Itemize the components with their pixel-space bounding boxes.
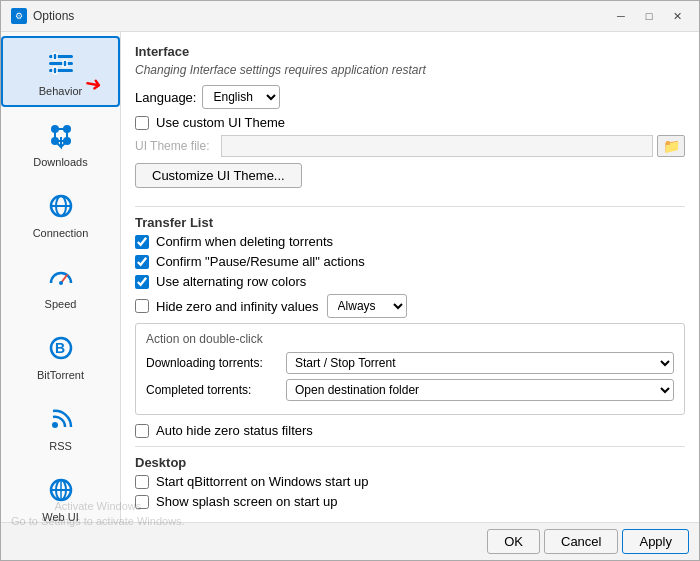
transfer-list-section: Transfer List Confirm when deleting torr… <box>135 215 685 438</box>
behavior-icon <box>43 46 79 82</box>
svg-point-21 <box>52 422 58 428</box>
window-icon: ⚙ <box>11 8 27 24</box>
confirm-delete-row: Confirm when deleting torrents <box>135 234 685 249</box>
customize-theme-button[interactable]: Customize UI Theme... <box>135 163 302 188</box>
webui-icon <box>43 472 79 508</box>
close-button[interactable]: ✕ <box>665 7 689 25</box>
custom-theme-label: Use custom UI Theme <box>156 115 285 130</box>
completed-select[interactable]: Open destination folder Start / Stop Tor… <box>286 379 674 401</box>
hide-zero-label: Hide zero and infinity values <box>156 299 319 314</box>
sidebar-item-downloads[interactable]: Downloads <box>1 107 120 178</box>
alternating-rows-label: Use alternating row colors <box>156 274 306 289</box>
sidebar-label-bittorrent: BitTorrent <box>37 369 84 381</box>
sidebar-label-connection: Connection <box>33 227 89 239</box>
auto-hide-zero-label: Auto hide zero status filters <box>156 423 313 438</box>
svg-point-18 <box>59 281 63 285</box>
svg-rect-5 <box>53 67 57 74</box>
show-splash-checkbox[interactable] <box>135 495 149 509</box>
desktop-section: Desktop Start qBittorrent on Windows sta… <box>135 455 685 509</box>
svg-rect-4 <box>63 60 67 67</box>
sidebar-label-speed: Speed <box>45 298 77 310</box>
desktop-title: Desktop <box>135 455 685 470</box>
language-row: Language: English French German <box>135 85 685 109</box>
start-startup-label: Start qBittorrent on Windows start up <box>156 474 368 489</box>
footer: Activate WindowsGo to Settings to activa… <box>1 522 699 560</box>
language-label: Language: <box>135 90 196 105</box>
title-bar: ⚙ Options ─ □ ✕ <box>1 1 699 32</box>
sidebar-label-downloads: Downloads <box>33 156 87 168</box>
apply-button[interactable]: Apply <box>622 529 689 554</box>
sidebar-item-speed[interactable]: Speed <box>1 249 120 320</box>
interface-subtitle: Changing Interface settings requires app… <box>135 63 685 77</box>
completed-row: Completed torrents: Open destination fol… <box>146 379 674 401</box>
divider-2 <box>135 446 685 447</box>
confirm-delete-checkbox[interactable] <box>135 235 149 249</box>
ok-button[interactable]: OK <box>487 529 540 554</box>
theme-file-input[interactable] <box>221 135 653 157</box>
sidebar-item-webui[interactable]: Web UI <box>1 462 120 522</box>
downloads-icon <box>43 117 79 153</box>
action-double-click-group: Action on double-click Downloading torre… <box>135 323 685 415</box>
rss-icon <box>43 401 79 437</box>
custom-theme-checkbox[interactable] <box>135 116 149 130</box>
minimize-button[interactable]: ─ <box>609 7 633 25</box>
action-double-click-title: Action on double-click <box>146 332 674 346</box>
confirm-delete-label: Confirm when deleting torrents <box>156 234 333 249</box>
auto-hide-zero-row: Auto hide zero status filters <box>135 423 685 438</box>
cancel-button[interactable]: Cancel <box>544 529 618 554</box>
svg-rect-1 <box>49 62 73 65</box>
transfer-list-title: Transfer List <box>135 215 685 230</box>
downloading-row: Downloading torrents: Start / Stop Torre… <box>146 352 674 374</box>
hide-zero-row: Hide zero and infinity values Always Nev… <box>135 294 685 318</box>
sidebar-item-behavior[interactable]: Behavior <box>1 36 120 107</box>
completed-label: Completed torrents: <box>146 383 286 397</box>
custom-theme-row: Use custom UI Theme <box>135 115 685 130</box>
sidebar-label-webui: Web UI <box>42 511 78 522</box>
window-title: Options <box>33 9 74 23</box>
bittorrent-icon: B <box>43 330 79 366</box>
theme-file-row: UI Theme file: 📁 <box>135 135 685 157</box>
alternating-rows-checkbox[interactable] <box>135 275 149 289</box>
hide-zero-checkbox[interactable] <box>135 299 149 313</box>
sidebar-item-connection[interactable]: Connection <box>1 178 120 249</box>
interface-section: Interface Changing Interface settings re… <box>135 44 685 198</box>
divider-1 <box>135 206 685 207</box>
show-splash-label: Show splash screen on start up <box>156 494 337 509</box>
sidebar-item-rss[interactable]: RSS <box>1 391 120 462</box>
confirm-pause-row: Confirm "Pause/Resume all" actions <box>135 254 685 269</box>
maximize-button[interactable]: □ <box>637 7 661 25</box>
start-startup-row: Start qBittorrent on Windows start up <box>135 474 685 489</box>
sidebar-label-behavior: Behavior <box>39 85 82 97</box>
interface-title: Interface <box>135 44 685 59</box>
sidebar-item-bittorrent[interactable]: B BitTorrent <box>1 320 120 391</box>
auto-hide-zero-checkbox[interactable] <box>135 424 149 438</box>
connection-icon <box>43 188 79 224</box>
svg-rect-3 <box>53 53 57 60</box>
show-splash-row: Show splash screen on start up <box>135 494 685 509</box>
svg-text:B: B <box>55 340 65 356</box>
start-startup-checkbox[interactable] <box>135 475 149 489</box>
downloading-select[interactable]: Start / Stop Torrent Open destination fo… <box>286 352 674 374</box>
browse-button[interactable]: 📁 <box>657 135 685 157</box>
speed-icon <box>43 259 79 295</box>
language-select[interactable]: English French German <box>202 85 280 109</box>
main-content: Interface Changing Interface settings re… <box>121 32 699 522</box>
confirm-pause-label: Confirm "Pause/Resume all" actions <box>156 254 365 269</box>
downloading-label: Downloading torrents: <box>146 356 286 370</box>
confirm-pause-checkbox[interactable] <box>135 255 149 269</box>
sidebar: Behavior <box>1 32 121 522</box>
hide-zero-select[interactable]: Always Never <box>327 294 407 318</box>
sidebar-label-rss: RSS <box>49 440 72 452</box>
theme-file-label: UI Theme file: <box>135 139 215 153</box>
alternating-rows-row: Use alternating row colors <box>135 274 685 289</box>
